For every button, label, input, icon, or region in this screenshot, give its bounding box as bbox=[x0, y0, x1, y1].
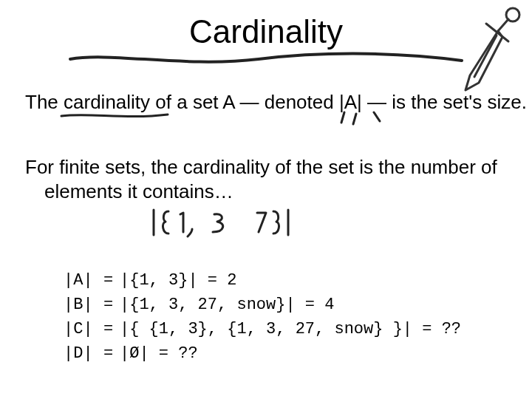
ex-a-rhs: |{1, 3}| = 2 bbox=[120, 271, 236, 290]
ex-d-rhs: |Ø| = ?? bbox=[120, 344, 198, 363]
ex-b-lhs: |B| bbox=[64, 293, 103, 317]
ex-c-rhs: |{ {1, 3}, {1, 3, 27, snow} }| = ?? bbox=[120, 320, 461, 338]
definition-paragraph: The cardinality of a set A — denoted |A|… bbox=[25, 90, 532, 115]
handwritten-set-annotation bbox=[148, 205, 296, 239]
examples-block: |A|=|{1, 3}| = 2 |B|=|{1, 3, 27, snow}| … bbox=[64, 244, 461, 390]
def-text-b: — is the set's size. bbox=[367, 91, 527, 113]
title-underline-scribble bbox=[66, 49, 466, 71]
finite-paragraph: For finite sets, the cardinality of the … bbox=[25, 155, 532, 203]
ex-a-eq: = bbox=[103, 268, 120, 293]
ex-b-eq: = bbox=[103, 293, 120, 317]
ex-c-eq: = bbox=[103, 317, 120, 341]
ex-d-lhs: |D| bbox=[64, 341, 103, 366]
sword-icon bbox=[458, 4, 525, 100]
page-title: Cardinality bbox=[0, 13, 532, 50]
def-notation: |A| bbox=[339, 91, 362, 113]
svg-line-1 bbox=[498, 19, 508, 31]
slide: Cardinality The cardinality of a set A —… bbox=[0, 0, 532, 399]
ex-c-lhs: |C| bbox=[64, 317, 103, 341]
def-text-a: The cardinality of a set A — denoted bbox=[25, 91, 334, 113]
ex-a-lhs: |A| bbox=[64, 268, 103, 293]
ex-d-eq: = bbox=[103, 341, 120, 366]
ex-b-rhs: |{1, 3, 27, snow}| = 4 bbox=[120, 296, 334, 314]
